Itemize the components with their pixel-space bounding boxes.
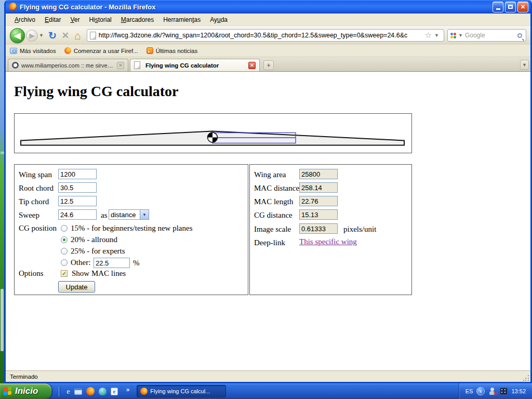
quick-launch-overflow-icon[interactable]: »: [126, 386, 130, 393]
firefox-launcher-icon[interactable]: [86, 387, 95, 395]
wing-area-output: [299, 169, 338, 179]
firefox-icon: [9, 3, 17, 11]
menu-ver[interactable]: Ver: [65, 15, 84, 25]
radio-cg-other-label[interactable]: Other:: [71, 258, 90, 267]
select-dropdown-icon: ▼: [140, 210, 149, 219]
tab-close-icon[interactable]: ✕: [248, 62, 256, 69]
show-desktop-icon[interactable]: [74, 388, 82, 395]
resize-grip[interactable]: [523, 375, 529, 381]
sweep-input[interactable]: [58, 209, 97, 220]
outlook-express-icon[interactable]: e: [111, 388, 118, 395]
page-title: Flying wing CG calculator: [14, 83, 179, 100]
list-all-tabs-icon[interactable]: ▼: [520, 60, 529, 70]
menu-archivo[interactable]: Archivo: [10, 15, 40, 25]
search-box[interactable]: ▼: [447, 29, 526, 42]
stop-button[interactable]: ✕: [62, 31, 69, 40]
desktop: m Flying wing CG calculator - Mozilla Fi…: [0, 0, 532, 399]
wing-area-label: Wing area: [254, 170, 286, 179]
bookmark-star-icon[interactable]: ☆: [425, 31, 432, 40]
page-favicon: [134, 61, 140, 69]
tab-label: Flying wing CG calculator: [145, 62, 246, 69]
cg-other-input[interactable]: [94, 258, 130, 268]
internet-explorer-icon[interactable]: e: [66, 387, 70, 396]
sweep-label: Sweep: [19, 211, 39, 220]
menu-historial[interactable]: Historial: [84, 15, 116, 25]
radio-cg-15-label[interactable]: 15% - for beginners/testing new planes: [71, 224, 193, 233]
offline-status-icon[interactable]: ✕: [488, 388, 496, 395]
minimize-icon: [496, 8, 500, 10]
language-indicator[interactable]: ES: [466, 388, 473, 394]
sweep-type-select[interactable]: distance ▼: [109, 209, 149, 220]
task-button-firefox[interactable]: Flying wing CG calcul...: [137, 385, 226, 397]
tab-flying-wing-cg[interactable]: Flying wing CG calculator ✕: [130, 59, 260, 71]
radio-cg-15[interactable]: [61, 225, 68, 232]
new-tab-button[interactable]: +: [263, 60, 274, 70]
radio-cg-other[interactable]: [61, 259, 68, 266]
pixels-unit-suffix: pixels/unit: [343, 225, 376, 234]
clock: 13:52: [511, 388, 526, 394]
search-icon[interactable]: [517, 33, 522, 38]
back-button[interactable]: ◀: [10, 28, 25, 43]
tab-close-icon[interactable]: ✕: [117, 62, 124, 69]
bookmark-comenzar-firefox[interactable]: Comenzar a usar Firef...: [64, 47, 138, 54]
reload-button[interactable]: ↻: [48, 31, 57, 41]
wing-span-label: Wing span: [19, 170, 52, 179]
firefox-mini-icon: [64, 47, 71, 54]
show-mac-label[interactable]: Show MAC lines: [72, 269, 126, 278]
radio-cg-25-label[interactable]: 25% - for experts: [71, 247, 125, 256]
results-panel: Wing area MAC distance MAC length CG dis…: [249, 164, 412, 295]
bookmark-mas-visitados[interactable]: Más visitados: [10, 48, 56, 54]
tab-label: www.miliamperios.com :: me sirve este ..…: [21, 62, 114, 69]
menu-herramientas[interactable]: Herramientas: [158, 15, 205, 25]
wing-span-input[interactable]: [58, 169, 97, 179]
menu-ayuda[interactable]: Ayuda: [205, 15, 232, 25]
firefox-task-icon: [140, 388, 148, 395]
menu-editar[interactable]: Editar: [40, 15, 65, 25]
radio-cg-20[interactable]: [61, 236, 68, 243]
bookmark-label: Últimas noticias: [156, 48, 198, 54]
tray-collapse-icon[interactable]: ‹: [476, 387, 485, 395]
toolbar-handle[interactable]: [59, 386, 60, 396]
sweep-type-value: distance: [109, 211, 140, 219]
messenger-icon[interactable]: [99, 388, 107, 395]
page-content: Flying wing CG calculator Wing span: [6, 71, 530, 370]
url-bar[interactable]: ☆ ▼: [87, 29, 444, 42]
tab-miliamperios[interactable]: www.miliamperios.com :: me sirve este ..…: [8, 59, 128, 71]
home-button[interactable]: ⌂: [74, 30, 81, 41]
radio-cg-20-label[interactable]: 20% - allround: [71, 235, 117, 244]
mac-distance-label: MAC distance: [254, 184, 299, 193]
percent-suffix: %: [133, 259, 140, 268]
cg-position-label: CG position: [19, 224, 57, 233]
tip-chord-input[interactable]: [58, 196, 97, 206]
system-tray: ES ‹ ✕ 13:52: [459, 383, 532, 399]
close-button[interactable]: ✕: [517, 2, 528, 12]
update-button[interactable]: Update: [58, 281, 95, 292]
search-input[interactable]: [465, 32, 517, 39]
url-input[interactable]: [99, 32, 423, 39]
bookmark-ultimas-noticias[interactable]: Últimas noticias: [147, 47, 198, 54]
smart-folder-icon: [10, 48, 17, 54]
site-favicon: [90, 32, 96, 39]
status-text: Terminado: [10, 374, 38, 380]
search-engine-dropdown-icon[interactable]: ▼: [458, 33, 463, 38]
maximize-button[interactable]: [505, 2, 516, 12]
status-bar: Terminado: [6, 370, 530, 382]
forward-button[interactable]: ▶: [26, 30, 38, 42]
root-chord-input[interactable]: [58, 182, 97, 193]
show-mac-checkbox[interactable]: ✓: [61, 270, 68, 277]
input-panel: Wing span Root chord Tip chord Sweep as …: [14, 164, 248, 295]
image-scale-output: [299, 223, 338, 234]
deep-link[interactable]: This specific wing: [299, 237, 357, 246]
minimize-button[interactable]: [493, 2, 503, 12]
cg-distance-output: [299, 209, 338, 220]
radio-cg-25[interactable]: [61, 248, 68, 255]
root-chord-label: Root chord: [19, 184, 54, 193]
menu-marcadores[interactable]: Marcadores: [116, 15, 158, 25]
history-dropdown-icon[interactable]: ▼: [39, 33, 44, 38]
title-bar[interactable]: Flying wing CG calculator - Mozilla Fire…: [6, 0, 530, 14]
url-dropdown-icon[interactable]: ▼: [434, 33, 439, 38]
maximize-icon: [508, 5, 513, 9]
tray-app-icon[interactable]: [500, 388, 508, 395]
google-engine-icon: [450, 33, 456, 38]
start-button[interactable]: Inicio: [0, 383, 51, 399]
